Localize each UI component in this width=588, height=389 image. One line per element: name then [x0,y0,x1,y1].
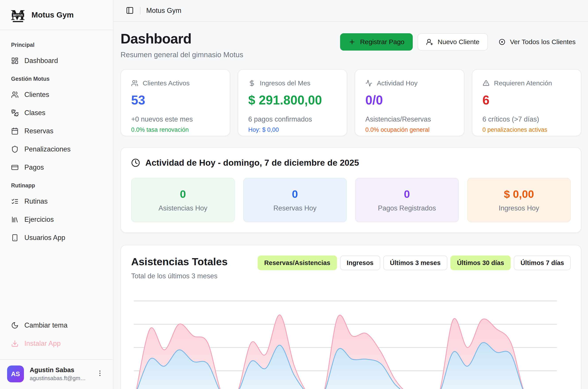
stat-label: Actividad Hoy [377,79,418,87]
user-plus-icon [426,38,433,45]
stat-card-requieren-atencion: Requieren Atención 6 6 críticos (>7 días… [472,69,582,136]
stat-card-header: Clientes Activos [131,79,220,87]
sidebar-toggle-button[interactable] [126,6,134,15]
chart-header-text: Asistencias Totales Total de los últimos… [131,256,227,280]
stat-card-ingresos-mes: Ingresos del Mes $ 291.800,00 6 pagos co… [238,69,347,136]
user-menu-button[interactable] [96,369,105,378]
tile-value: 0 [180,188,186,200]
tile-label: Pagos Registrados [378,204,436,212]
user-email: agustinsabas.ft@gm… [30,375,90,382]
user-profile[interactable]: AS Agustin Sabas agustinsabas.ft@gm… [0,359,113,389]
tile-value: 0 [292,188,298,200]
stat-sub1: +0 nuevos este mes [131,115,220,123]
sidebar-item-label: Rutinas [24,197,48,205]
sidebar: M MOTUS Motus Gym Principal Dashboard Ge… [0,0,113,389]
sidebar-item-clientes[interactable]: Clientes [5,86,108,104]
sidebar-item-label: Usuarios App [24,234,65,242]
filter-ingresos[interactable]: Ingresos [340,256,380,270]
topbar: Motus Gym [113,0,588,22]
stat-sub2: 0.0% ocupación general [365,127,454,133]
tile-asistencias-hoy: 0 Asistencias Hoy [131,178,235,222]
sidebar-item-rutinas[interactable]: Rutinas [5,192,108,210]
section-label-gestion: Gestión Motus [5,70,108,86]
today-tiles: 0 Asistencias Hoy 0 Reservas Hoy 0 Pagos… [131,178,571,222]
new-client-label: Nuevo Cliente [438,38,479,46]
calendar-icon [11,127,19,135]
filter-ultimos-3-meses[interactable]: Últimos 3 meses [383,256,447,270]
register-payment-button[interactable]: Registrar Pago [340,33,413,51]
sidebar-item-dashboard[interactable]: Dashboard [5,52,108,70]
library-icon [11,216,19,223]
sidebar-item-usuarios-app[interactable]: Usuarios App [5,229,108,247]
user-meta: Agustin Sabas agustinsabas.ft@gm… [30,366,90,382]
filter-ultimos-30-dias[interactable]: Últimos 30 días [450,256,511,270]
page-subtitle: Resumen general del gimnasio Motus [120,51,243,59]
breadcrumb: Motus Gym [146,7,181,15]
sidebar-logo: M MOTUS Motus Gym [0,0,113,30]
page-actions: Registrar Pago Nuevo Cliente Ver Todos l… [340,33,581,51]
sidebar-item-pagos[interactable]: Pagos [5,158,108,177]
stat-value: 0/0 [365,93,454,107]
stat-sub1: 6 pagos confirmados [248,115,337,123]
app-title: Motus Gym [31,10,74,19]
chart-filters: Reservas/Asistencias Ingresos Últimos 3 … [258,256,571,270]
sidebar-item-clases[interactable]: Clases [5,104,108,122]
theme-toggle-label: Cambiar tema [24,321,68,329]
page-head: Dashboard Resumen general del gimnasio M… [120,31,581,59]
breadcrumb-divider [140,7,140,14]
tile-label: Ingresos Hoy [499,204,539,212]
clock-icon [131,158,140,167]
sidebar-item-label: Penalizaciones [24,145,71,153]
sidebar-item-label: Ejercicios [24,216,54,224]
stat-card-header: Ingresos del Mes [248,79,337,87]
credit-card-icon [11,164,19,171]
stat-label: Requieren Atención [494,79,552,87]
stat-card-header: Actividad Hoy [365,79,454,87]
main-area: Motus Gym Dashboard Resumen general del … [113,0,588,389]
view-all-clients-label: Ver Todos los Clientes [510,38,576,46]
page-content: Dashboard Resumen general del gimnasio M… [113,22,588,389]
today-activity-header: Actividad de Hoy - domingo, 7 de diciemb… [131,158,571,168]
sidebar-nav: Principal Dashboard Gestión Motus Client… [0,30,113,316]
stat-value: $ 291.800,00 [248,93,337,107]
tile-label: Reservas Hoy [273,204,317,212]
tile-pagos-registrados: 0 Pagos Registrados [355,178,459,222]
dollar-sign-icon [248,80,255,87]
attendance-chart [131,288,571,389]
app-root: M MOTUS Motus Gym Principal Dashboard Ge… [0,0,588,389]
filter-ultimos-7-dias[interactable]: Últimos 7 días [514,256,571,270]
section-label-rutinapp: Rutinapp [5,177,108,192]
view-all-clients-button[interactable]: Ver Todos los Clientes [493,33,581,51]
page-title: Dashboard [120,31,243,47]
list-checks-icon [11,198,19,205]
tile-ingresos-hoy: $ 0,00 Ingresos Hoy [467,178,571,222]
motus-logo-icon: M MOTUS [10,7,26,23]
users-icon [131,80,138,87]
alert-triangle-icon [482,80,490,87]
theme-toggle-button[interactable]: Cambiar tema [5,316,108,334]
install-app-label: Instalar App [24,340,61,348]
user-name: Agustin Sabas [30,366,90,374]
chart-header: Asistencias Totales Total de los últimos… [131,256,571,280]
stat-card-actividad-hoy: Actividad Hoy 0/0 Asistencias/Reservas 0… [355,69,464,136]
shield-icon [11,145,19,153]
plus-icon [348,38,356,45]
page-head-text: Dashboard Resumen general del gimnasio M… [120,31,243,59]
register-payment-label: Registrar Pago [360,38,404,46]
sidebar-item-label: Reservas [24,127,53,135]
download-icon [11,340,19,347]
sidebar-item-penalizaciones[interactable]: Penalizaciones [5,140,108,158]
section-label-principal: Principal [5,36,108,52]
sidebar-item-label: Dashboard [24,57,58,65]
sidebar-item-ejercicios[interactable]: Ejercicios [5,210,108,229]
stat-value: 53 [131,93,220,107]
smartphone-icon [11,234,19,242]
today-activity-title: Actividad de Hoy - domingo, 7 de diciemb… [145,158,359,168]
install-app-button[interactable]: Instalar App [5,334,108,353]
attendance-chart-card: Asistencias Totales Total de los últimos… [120,245,581,389]
new-client-button[interactable]: Nuevo Cliente [418,33,488,51]
filter-reservas-asistencias[interactable]: Reservas/Asistencias [258,256,337,270]
tile-label: Asistencias Hoy [158,204,207,212]
stat-value: 6 [482,93,571,107]
sidebar-item-reservas[interactable]: Reservas [5,122,108,140]
